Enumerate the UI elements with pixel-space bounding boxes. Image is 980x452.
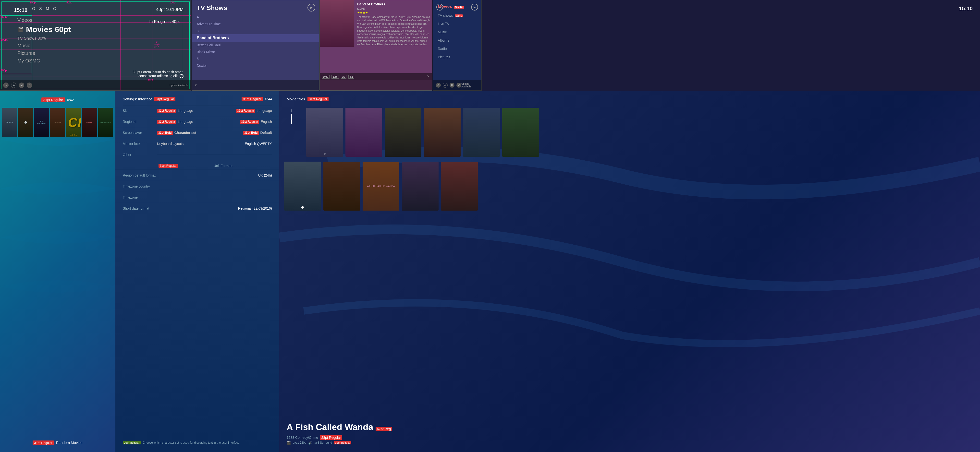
settings-row-timezone-country[interactable]: Timezone country [115,181,279,192]
sidebar-radio[interactable]: Radio [438,47,477,51]
play-button-sidebar[interactable]: ▶ [471,4,478,11]
poster-row2-4[interactable] [402,162,439,211]
settings-row-short-date[interactable]: Short date format Regional (22/09/2016) [115,203,279,214]
tvshows-badge: 50pt L [455,14,463,17]
poster-row2-2[interactable] [323,162,360,211]
settings-time-badge: 31pt Regular [242,97,262,101]
poster-wanda[interactable]: A FISH CALLED WANDA [363,162,399,211]
poster-conan[interactable]: CONAN [50,108,65,137]
bob-year: (2001) [357,7,430,10]
skin-key-badge: 31pt Regular [157,109,177,113]
sidebar-pictures[interactable]: Pictures [438,55,477,59]
bob-title: Band of Brothers [357,2,430,6]
poster-gremlins-img: GREMLINS [98,108,113,137]
wanda-text: A FISH CALLED WANDA [365,183,397,190]
scroll-up-arrow[interactable]: ↑ [284,108,299,124]
tv-item-5[interactable]: 5 [192,56,319,62]
up-arrow-icon: ↑ [290,108,293,113]
sidebar-wifi-icon: ⊗ [443,83,448,88]
annotation-100pt4: 100pt [1,69,8,72]
bob-detail-panel: Band of Brothers (2001) ★★★★ The story o… [320,0,432,90]
region-default-value: UK (24h) [258,173,272,177]
sidebar-albums[interactable]: Albums [438,38,477,42]
refresh-icon[interactable]: ↺ [27,82,32,88]
random-movies-panel: 31pt Regular 0:42 BAILEY 🕐 EXMACHINA CON… [0,90,115,452]
regional-value-badge: 31pt Regular [240,120,259,124]
sidebar-livetv[interactable]: Live TV [438,22,477,26]
rm-badge: 31pt Regular [33,441,54,445]
screensaver-value-badge: 31pt Bold [243,131,259,135]
tv-item-3[interactable]: 3 [192,27,319,34]
settings-row-regional[interactable]: Regional 31pt Regular Language 31pt Regu… [115,116,279,127]
wifi-icon: ⊗ [11,82,16,88]
tv-item-bm[interactable]: Black Mirror [192,49,319,56]
poster-row1-5[interactable] [463,108,500,157]
sidebar-menu-icon[interactable]: M [450,83,455,88]
menu-videos[interactable]: Videos [18,17,71,23]
settings-label-regional: Regional [123,120,157,124]
annotation-margin: 2xMargin1% + [153,41,160,48]
regional-key-text: Language [178,120,193,124]
selected-movie-meta-badge: 28pt Regular [320,435,342,440]
tv-item-bcs[interactable]: Better Call Saul [192,41,319,49]
settings-key-regional: 31pt Regular Language [157,120,240,124]
play-button[interactable]: ▶ [307,4,315,11]
sidebar-update-text: Update Available [461,82,479,88]
random-movies-title-bar: 31pt Regular Random Movies [0,441,115,445]
bluetooth-icon[interactable]: ⊙ [3,82,9,88]
masterlock-key-text: Keyboard layouts [157,142,183,146]
settings-row-screensaver[interactable]: Screensaver 31pt Bold Character set 31pt… [115,127,279,138]
tv-item-a[interactable]: A [192,14,319,21]
poster-clock[interactable]: 🕐 [18,108,33,137]
poster-row1-1[interactable] [306,108,343,157]
poster-row1-3[interactable] [385,108,422,157]
codec-badge: 31pt Regular [334,441,351,444]
poster-row1-6[interactable] [502,108,539,157]
poster-bailey[interactable]: BAILEY [2,108,17,137]
settings-key-skin: 31pt Regular Language [157,109,236,113]
menu-icon[interactable]: M [19,82,24,88]
settings-row-region-default[interactable]: Region default format UK (24h) [115,170,279,181]
footer-note-text: Choose which character set is used for d… [143,441,240,444]
poster-row2-1[interactable] [284,162,321,211]
short-date-label: Short date format [123,206,157,210]
right-sidebar-panel: ▶ Movies 50pt Bo TV shows 50pt L Live TV… [433,0,482,90]
menu-movies[interactable]: 🎬 Movies 60pt [18,25,71,34]
sidebar-movies[interactable]: Movies 50pt Bo [438,4,477,9]
play-button-top[interactable]: ▶ [436,4,443,11]
settings-row-skin[interactable]: Skin 31pt Regular Language 31pt Regular … [115,105,279,116]
tv-item-dexter[interactable]: Dexter [192,62,319,69]
settings-row-other[interactable]: Other [115,149,279,160]
tv-item-adventure[interactable]: Adventure Time [192,21,319,27]
poster-row1-2[interactable] [345,108,382,157]
settings-header: Settings: Interface 31pt Regular 31pt Re… [115,90,279,105]
poster-ex-machina[interactable]: EXMACHINA [34,108,49,137]
poster-chef[interactable]: CHEF ★★★★ [66,108,81,137]
poster-dredd[interactable]: DREDD [82,108,97,137]
sidebar-music[interactable]: Music [438,30,477,34]
sidebar-tvshows[interactable]: TV shows 50pt L [438,13,477,17]
menu-pictures[interactable]: Pictures [18,51,71,56]
screensaver-value-text: Default [261,131,272,135]
unit-formats-badge: 31pt Regular [159,164,178,168]
settings-row-timezone[interactable]: Timezone [115,192,279,203]
settings-row-masterlock[interactable]: Master lock Keyboard layouts English QWE… [115,138,279,149]
menu-music[interactable]: Music [18,43,71,49]
timezone-label: Timezone [123,195,157,199]
poster-row2-5[interactable] [441,162,478,211]
settings-value-regional: 31pt Regular English [240,120,272,124]
poster-row1-4[interactable] [424,108,461,157]
sidebar-refresh-icon[interactable]: ↺ [457,83,461,88]
selected-movie-meta-row: 1988 Comedy/Crime 28pt Regular [286,435,973,440]
tvshows-nav-down[interactable]: ∨ [195,84,197,87]
menu-myosmc[interactable]: My OSMC [18,58,71,63]
footer-note-badge: 26pt Regular [123,441,141,444]
menu-tvshows[interactable]: TV Shows 30% [18,36,71,41]
annotation-100pt2: 100pt [169,1,176,4]
bob-nav-down[interactable]: ∨ [427,74,430,78]
sidebar-bluetooth-icon[interactable]: ⊙ [436,83,441,88]
timezone-country-label: Timezone country [123,184,157,188]
tv-item-bob[interactable]: Band of Brothers [192,34,319,41]
bob-bottom-bar [320,80,432,90]
poster-gremlins[interactable]: GREMLINS [98,108,113,137]
